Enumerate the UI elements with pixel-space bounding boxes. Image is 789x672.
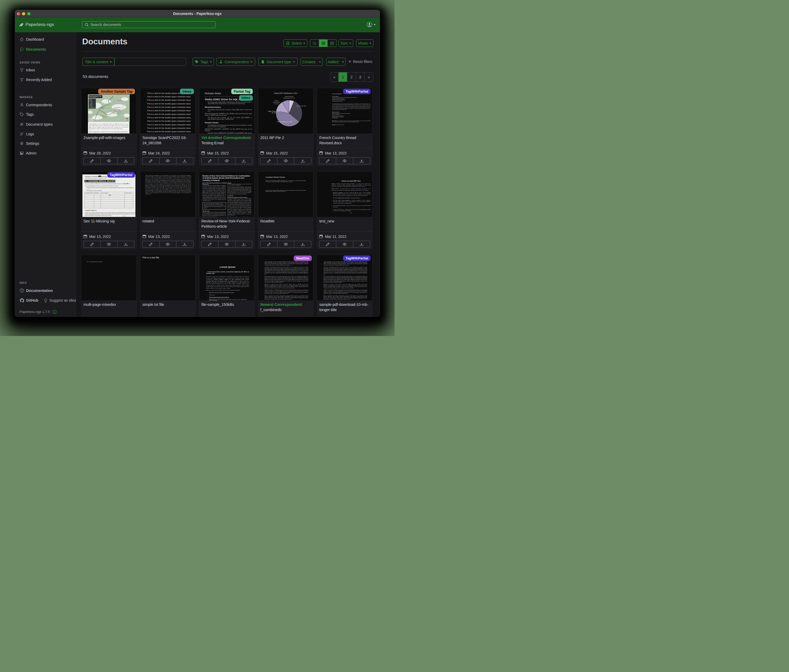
svg-text:A: A (110, 194, 111, 196)
svg-text:Watch tower Island: Watch tower Island (114, 109, 120, 110)
svg-text:Attestation Statement: Attestation Statement (85, 210, 97, 211)
svg-text:Hypertension, 31, 6%: Hypertension, 31, 6% (283, 97, 295, 99)
svg-text:Good Samaritan Hospital, Los A: Good Samaritan Hospital, Los Angeles, CA (85, 178, 106, 179)
svg-text:Pre-hypertension, 212, 42%: Pre-hypertension, 212, 42% (277, 121, 292, 123)
svg-text:Charles Island: Charles Island (102, 116, 107, 118)
svg-text:Yes: Yes (125, 183, 127, 184)
svg-text:Campfire Isl: Campfire Isl (116, 113, 120, 115)
svg-text:Entry Point34: Entry Point34 (90, 107, 95, 108)
svg-text:March 28, 2022: March 28, 2022 (89, 121, 94, 122)
svg-text:or: or (88, 188, 89, 189)
svg-text:A copy of the information subm: A copy of the information submitted to t… (88, 187, 134, 188)
svg-text:65, 13%: 65, 13% (272, 112, 276, 113)
svg-text:Provider #: Provider # (94, 192, 100, 194)
svg-text:Application for Medical Staff: Application for Medical Staff Membership (85, 176, 107, 177)
svg-text:No: No (128, 183, 130, 184)
svg-text:Stage 2: Stage 2 (275, 100, 279, 102)
svg-text:proof of attendance and progra: proof of attendance and program content … (85, 215, 112, 216)
svg-text:I am submitting documentation: I am submitting documentation of continu… (85, 185, 120, 186)
svg-text:44, 9%: 44, 9% (275, 104, 278, 105)
svg-text:Have you participated in CME a: Have you participated in CME activities … (85, 183, 128, 185)
svg-text:Gangplank: Gangplank (100, 108, 104, 109)
svg-text:Lincoln Island: Lincoln Island (117, 111, 122, 113)
svg-text:Normal, 150, 30%: Normal, 150, 30% (297, 105, 306, 107)
svg-text:Contact Hours: Contact Hours (125, 192, 132, 194)
svg-text:Stage 1 Hypertension,: Stage 1 Hypertension, (268, 111, 280, 112)
svg-text:Legend: Legend (89, 99, 92, 100)
svg-text:Mausers Island: Mausers Island (117, 100, 122, 101)
svg-text:Test: Test (104, 109, 107, 111)
svg-text:Completion of the grid below: Completion of the grid below (88, 189, 102, 191)
svg-text:Hypertension,: Hypertension, (273, 102, 280, 103)
svg-text:Google Earth: Google Earth (89, 118, 97, 119)
svg-text:Course Name: Course Name (101, 192, 109, 194)
svg-text:Isolated Systolic: Isolated Systolic (284, 96, 294, 97)
svg-text:11. CONTINUING MEDICAL EDUCATI: 11. CONTINUING MEDICAL EDUCATION (85, 180, 117, 182)
svg-text:Completion Date: Completion Date (85, 192, 93, 194)
svg-text:6+ days in BWCA: 6+ days in BWCA (89, 97, 96, 98)
svg-text:©2021 Google: ©2021 Google (89, 120, 93, 121)
svg-text:Fraser Lake Island: Fraser Lake Island (114, 107, 120, 108)
